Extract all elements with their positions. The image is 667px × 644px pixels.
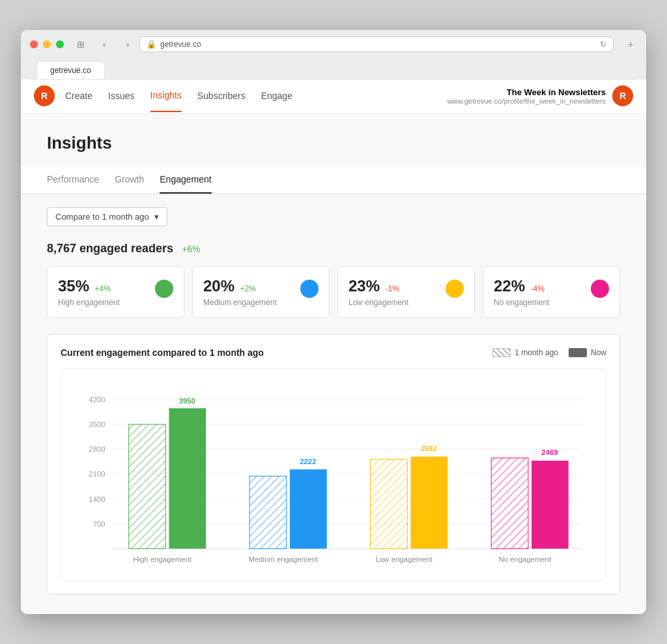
legend-now-label: Now xyxy=(591,348,606,357)
tab-bar: getrevue.co xyxy=(30,57,637,80)
tabs: Performance Growth Engagement xyxy=(21,166,646,194)
bar-high-past xyxy=(129,424,166,549)
bar-chart: 4200 3500 2800 2100 1400 700 xyxy=(72,379,595,568)
y-label-1400: 1400 xyxy=(89,495,105,503)
fullscreen-dot[interactable] xyxy=(56,40,64,48)
x-label-medium: Medium engagement xyxy=(248,555,318,563)
x-label-low: Low engagement xyxy=(376,555,433,563)
bar-low-now xyxy=(411,456,448,548)
bar-low-value: 2592 xyxy=(421,445,437,452)
bar-none-now xyxy=(532,460,569,548)
browser-controls: ⊞ ‹ › 🔒 getrevue.co ↻ + xyxy=(30,37,637,52)
legend-now: Now xyxy=(569,348,606,357)
browser-window: ⊞ ‹ › 🔒 getrevue.co ↻ + getrevue.co R Cr… xyxy=(21,30,646,615)
new-tab-button[interactable]: + xyxy=(624,38,637,51)
legend-past: 1 month ago xyxy=(492,348,558,357)
bar-medium-past xyxy=(249,476,287,548)
card-pct-high: 35% +4% xyxy=(58,277,120,295)
chart-legend: 1 month ago Now xyxy=(492,348,606,357)
back-button[interactable]: ‹ xyxy=(98,38,111,51)
nav-profile-name: The Week in Newsletters xyxy=(447,87,606,97)
hatched-legend-icon xyxy=(492,348,511,357)
card-label-medium: Medium engagement xyxy=(203,298,277,307)
card-medium-engagement: 20% +2% Medium engagement xyxy=(192,266,330,318)
y-label-3500: 3500 xyxy=(89,420,105,428)
chart-area: 4200 3500 2800 2100 1400 700 xyxy=(61,368,606,581)
tab-growth[interactable]: Growth xyxy=(115,166,144,194)
minimize-dot[interactable] xyxy=(43,40,51,48)
bar-none-value: 2469 xyxy=(541,448,558,456)
nav-avatar[interactable]: R xyxy=(612,85,633,106)
close-dot[interactable] xyxy=(30,40,38,48)
y-label-4200: 4200 xyxy=(89,396,105,403)
nav-right: The Week in Newsletters www.getrevue.co/… xyxy=(447,85,633,106)
browser-chrome: ⊞ ‹ › 🔒 getrevue.co ↻ + getrevue.co xyxy=(21,30,646,80)
bar-medium-value: 2222 xyxy=(300,458,316,465)
page-title: Insights xyxy=(47,133,620,153)
bar-none-past xyxy=(491,458,528,548)
y-label-700: 700 xyxy=(93,520,106,527)
nav-issues[interactable]: Issues xyxy=(108,80,134,111)
url-text: getrevue.co xyxy=(160,40,201,49)
content: Insights Performance Growth Engagement C… xyxy=(21,113,646,615)
compare-filter-button[interactable]: Compare to 1 month ago ▾ xyxy=(47,207,167,226)
nav-engage[interactable]: Engage xyxy=(261,80,292,111)
bar-high-value: 3950 xyxy=(179,397,195,405)
tab-grid-button[interactable]: ⊞ xyxy=(74,38,87,51)
nav-logo[interactable]: R xyxy=(34,85,55,106)
nav: R Create Issues Insights Subscribers Eng… xyxy=(21,80,646,113)
medium-engagement-dot xyxy=(300,280,319,298)
bar-medium-now xyxy=(290,469,327,549)
y-label-2800: 2800 xyxy=(89,445,105,453)
nav-links: Create Issues Insights Subscribers Engag… xyxy=(65,80,447,112)
forward-button[interactable]: › xyxy=(121,38,134,51)
card-high-engagement: 35% +4% High engagement xyxy=(47,266,184,318)
high-engagement-dot xyxy=(155,280,173,298)
bar-high-now xyxy=(169,408,206,548)
reload-icon[interactable]: ↻ xyxy=(600,40,606,49)
nav-profile-url: www.getrevue.co/profile/the_week_in_news… xyxy=(447,97,606,105)
tab-engagement[interactable]: Engagement xyxy=(160,166,211,194)
y-label-2100: 2100 xyxy=(89,470,105,478)
shield-icon: 🔒 xyxy=(147,40,156,49)
bar-low-past xyxy=(371,459,408,548)
card-low-engagement: 23% -1% Low engagement xyxy=(337,266,475,318)
stats-change: +6% xyxy=(182,244,200,254)
x-label-none: No engagement xyxy=(498,555,551,563)
card-pct-medium: 20% +2% xyxy=(203,277,277,295)
chevron-down-icon: ▾ xyxy=(154,212,159,222)
chart-section: Current engagement compared to 1 month a… xyxy=(47,334,620,595)
card-label-none: No engagement xyxy=(494,298,549,307)
cards-row: 35% +4% High engagement 20% +2% Medium e… xyxy=(47,266,620,318)
engaged-readers-label: engaged readers xyxy=(79,242,177,255)
chart-title: Current engagement compared to 1 month a… xyxy=(61,347,264,358)
nav-insights[interactable]: Insights xyxy=(150,80,182,112)
nav-create[interactable]: Create xyxy=(65,80,92,111)
nav-subscribers[interactable]: Subscribers xyxy=(197,80,246,111)
stats-header: 8,767 engaged readers +6% xyxy=(47,242,620,256)
card-pct-low: 23% -1% xyxy=(348,277,408,295)
active-tab[interactable]: getrevue.co xyxy=(36,61,105,79)
chart-header: Current engagement compared to 1 month a… xyxy=(61,347,606,358)
tab-performance[interactable]: Performance xyxy=(47,166,99,194)
card-pct-none: 22% -4% xyxy=(494,277,549,295)
filter-label: Compare to 1 month ago xyxy=(55,212,149,222)
card-label-low: Low engagement xyxy=(348,298,408,307)
engaged-readers-count: 8,767 xyxy=(47,242,76,255)
legend-past-label: 1 month ago xyxy=(515,348,558,357)
no-engagement-dot xyxy=(591,280,609,298)
filter-row: Compare to 1 month ago ▾ xyxy=(47,207,620,226)
card-label-high: High engagement xyxy=(58,298,120,307)
low-engagement-dot xyxy=(446,280,464,298)
solid-legend-icon xyxy=(569,348,587,357)
x-label-high: High engagement xyxy=(133,555,192,563)
card-no-engagement: 22% -4% No engagement xyxy=(483,266,620,318)
nav-profile-text: The Week in Newsletters www.getrevue.co/… xyxy=(447,87,606,105)
address-bar[interactable]: 🔒 getrevue.co ↻ xyxy=(139,37,614,52)
